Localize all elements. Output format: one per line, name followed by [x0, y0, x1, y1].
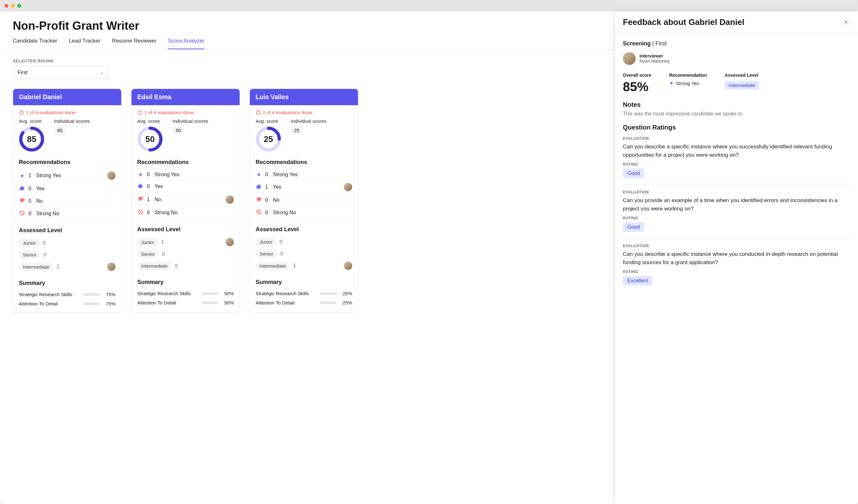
avg-score-donut: 85 — [19, 126, 45, 152]
summary-row: Strategic Research Skills75% — [19, 290, 115, 299]
rec-row-strong_yes: ★0Strong Yes — [256, 169, 352, 180]
summary-row: Attention To Detail50% — [137, 298, 234, 307]
rec-row-strong_yes: ★0Strong Yes — [137, 169, 234, 180]
recommendation-metric: Recommendation ★ Strong Yes — [669, 72, 707, 94]
reviewer-avatar — [225, 195, 234, 204]
candidate-card[interactable]: Luis Valles 1 of 4 evaluations done Avg.… — [250, 88, 358, 313]
interviewer-avatar — [623, 52, 636, 65]
question-block: EVALUATION Can you describe a specific i… — [623, 136, 850, 184]
rec-row-strong_no: 0Strong No — [256, 207, 352, 219]
rec-row-yes: 1Yes — [256, 180, 352, 194]
svg-line-4 — [21, 212, 24, 215]
rec-row-no: 0No — [256, 194, 352, 207]
question-block: EVALUATION Can you provide an example of… — [623, 190, 850, 238]
summary-row: Strategic Research Skills25% — [256, 289, 352, 298]
drawer-title: Feedback about Gabriel Daniel — [623, 17, 744, 27]
candidate-card[interactable]: Gabriel Daniel 1 of 4 evaluations done A… — [13, 88, 122, 313]
rec-row-no: 0No — [19, 195, 115, 208]
star-icon: ★ — [20, 173, 24, 179]
star-icon: ★ — [257, 172, 261, 178]
assessed-level-metric: Assessed Level Intermediate — [725, 72, 759, 94]
individual-score[interactable]: 25 — [291, 126, 303, 134]
summary-row: Attention To Detail25% — [256, 298, 352, 307]
rec-row-yes: 0Yes — [137, 180, 234, 193]
feedback-drawer: Feedback about Gabriel Daniel ✕ Screenin… — [615, 12, 858, 504]
reviewer-avatar — [225, 238, 234, 246]
window-titlebar — [0, 0, 858, 12]
tab-lead-tracker[interactable]: Lead Tracker — [69, 38, 100, 49]
question-text: Can you describe a specific instance whe… — [623, 250, 850, 266]
selected-round-value: First — [18, 70, 28, 76]
candidate-name: Edsil Esma — [131, 89, 240, 105]
level-row-intermediate: Intermediate0 — [137, 260, 234, 272]
selected-round-dropdown[interactable]: First ⌄ — [13, 66, 109, 79]
candidate-name: Gabriel Daniel — [13, 89, 121, 105]
rec-row-yes: 0Yes — [19, 183, 115, 195]
rating-pill: Excellent — [623, 276, 653, 286]
rec-row-strong_yes: ★1Strong Yes — [19, 169, 115, 183]
candidate-card[interactable]: Edsil Esma 1 of 4 evaluations done Avg. … — [131, 88, 240, 313]
tab-resume-reviewer[interactable]: Resume Reviewer — [112, 38, 156, 49]
notes-heading: Notes — [623, 101, 850, 109]
level-row-intermediate: Intermediate1 — [19, 261, 115, 273]
summary-row: Strategic Research Skills50% — [137, 289, 234, 298]
candidate-name: Luis Valles — [250, 89, 358, 105]
level-row-senior: Senior0 — [19, 249, 115, 261]
level-row-junior: Junior0 — [256, 236, 352, 248]
rec-row-no: 1No — [137, 193, 234, 207]
question-text: Can you describe a specific instance whe… — [623, 143, 850, 159]
thumbs-down-icon — [19, 198, 25, 205]
level-row-junior: Junior1 — [137, 236, 234, 248]
ban-icon — [256, 209, 262, 216]
thumbs-up-icon — [256, 183, 262, 191]
question-block: EVALUATION Can you describe a specific i… — [623, 244, 850, 291]
avg-score-donut: 25 — [256, 126, 281, 152]
reviewer-avatar — [107, 172, 115, 180]
avg-score-donut: 50 — [137, 126, 163, 152]
close-window-icon[interactable] — [4, 4, 8, 8]
star-icon: ★ — [669, 80, 673, 86]
close-icon: ✕ — [844, 19, 848, 25]
thumbs-up-icon — [19, 185, 25, 192]
eval-status: 1 of 4 evaluations done — [256, 110, 352, 115]
tab-candidate-tracker[interactable]: Candidate Tracker — [13, 38, 57, 49]
minimize-window-icon[interactable] — [11, 4, 15, 8]
overall-score-metric: Overall score 85% — [623, 72, 651, 94]
level-row-junior: Junior0 — [19, 237, 115, 249]
close-drawer-button[interactable]: ✕ — [841, 18, 850, 27]
ban-icon — [19, 210, 25, 217]
level-row-intermediate: Intermediate1 — [256, 260, 352, 272]
star-icon: ★ — [138, 172, 143, 178]
individual-score[interactable]: 85 — [54, 126, 66, 134]
level-row-senior: Senior0 — [137, 248, 234, 260]
question-text: Can you provide an example of a time whe… — [623, 196, 850, 213]
question-ratings-heading: Question Ratings — [623, 124, 850, 131]
chevron-down-icon: ⌄ — [100, 69, 104, 76]
eval-status: 1 of 4 evaluations done — [19, 110, 115, 115]
reviewer-avatar — [344, 183, 352, 191]
maximize-window-icon[interactable] — [17, 4, 21, 8]
thumbs-up-icon — [138, 183, 143, 190]
thumbs-down-icon — [256, 197, 262, 204]
svg-line-9 — [139, 211, 142, 214]
svg-line-14 — [257, 211, 260, 214]
individual-score[interactable]: 50 — [172, 126, 184, 134]
rating-pill: Good — [623, 222, 644, 232]
reviewer-avatar — [344, 262, 352, 270]
tab-score-analyzer[interactable]: Score Analyzer — [168, 38, 204, 49]
interviewer-info: Interviewer Ryan Mahoney — [623, 52, 850, 65]
rec-row-strong_no: 0Strong No — [137, 207, 234, 219]
thumbs-down-icon — [138, 196, 143, 203]
rec-row-strong_no: 0Strong No — [19, 208, 115, 220]
screening-round: Screening | First — [623, 40, 850, 47]
summary-row: Attention To Detail75% — [19, 299, 115, 308]
reviewer-avatar — [107, 263, 115, 271]
level-row-senior: Senior0 — [256, 248, 352, 260]
notes-text: This was the most impressive candidate w… — [623, 111, 850, 117]
ban-icon — [138, 209, 143, 216]
eval-status: 1 of 4 evaluations done — [137, 110, 234, 115]
rating-pill: Good — [623, 168, 644, 178]
